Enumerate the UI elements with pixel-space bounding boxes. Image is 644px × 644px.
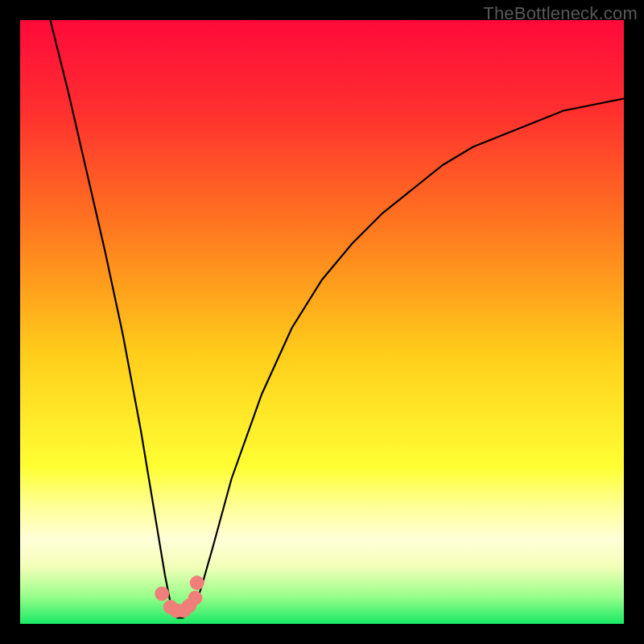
valley-marker	[190, 576, 204, 590]
valley-marker	[188, 591, 203, 605]
chart-frame	[20, 20, 624, 624]
valley-marker	[155, 587, 169, 601]
watermark-text: TheBottleneck.com	[483, 3, 638, 24]
gradient-background	[20, 20, 624, 624]
chart-svg	[20, 20, 624, 624]
